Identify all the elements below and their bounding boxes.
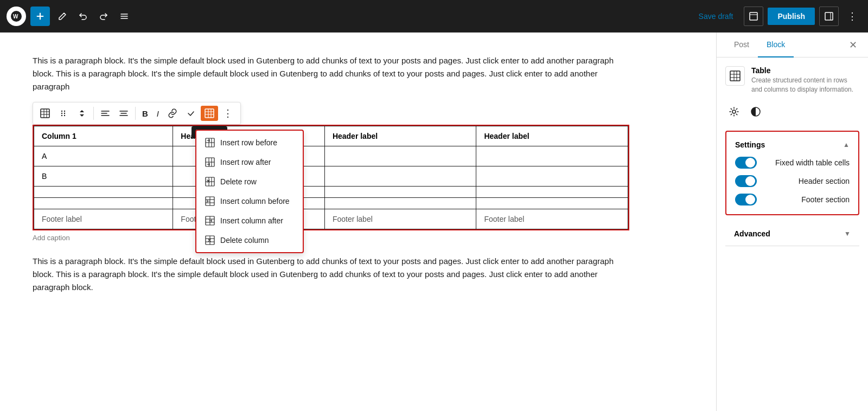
edit-table-tooltip-wrapper: Edit table	[201, 106, 218, 121]
sidebar-close-button[interactable]: ✕	[847, 33, 859, 57]
toggle-fixed-width[interactable]	[735, 157, 757, 169]
bold-btn[interactable]: B	[138, 106, 152, 121]
table-row	[34, 187, 628, 198]
svg-point-7	[61, 115, 62, 116]
menu-item-insert-col-before[interactable]: Insert column before	[196, 191, 303, 211]
align-center-btn[interactable]	[115, 106, 132, 121]
gear-settings-btn[interactable]	[725, 103, 743, 122]
toggle-header-section[interactable]	[735, 175, 757, 187]
block-info: Table Create structured content in rows …	[725, 66, 859, 94]
menu-item-insert-row-before[interactable]: Insert row before	[196, 133, 303, 152]
table-icon-btn[interactable]	[36, 106, 54, 121]
table-row	[34, 198, 628, 209]
toggle-footer-section[interactable]	[735, 194, 757, 206]
list-view-button[interactable]	[116, 8, 132, 24]
setting-label-fixed-width: Fixed width table cells	[775, 158, 850, 167]
setting-label-header: Header section	[799, 177, 850, 185]
advanced-chevron-icon: ▼	[844, 230, 851, 237]
block-title: Table	[751, 66, 859, 75]
table-footer-cell[interactable]: Footer label	[34, 209, 173, 229]
settings-section: Settings ▲ Fixed width table cells Heade…	[725, 131, 859, 215]
add-caption[interactable]: Add caption	[33, 234, 684, 242]
sidebar-tabs: Post Block ✕	[717, 33, 868, 57]
advanced-title: Advanced	[734, 229, 770, 238]
table-cell[interactable]	[34, 187, 173, 198]
content-table: Column 1 Header label Header label Heade…	[34, 126, 628, 229]
paragraph-1: This is a paragraph block. It's the simp…	[33, 54, 629, 93]
table-footer-cell[interactable]: Footer label	[324, 209, 476, 229]
table-cell[interactable]	[476, 187, 628, 198]
link-btn[interactable]	[164, 106, 181, 121]
settings-chevron-icon: ▲	[843, 141, 850, 149]
settings-title: Settings	[735, 140, 765, 149]
svg-rect-18	[730, 71, 740, 81]
toolbar-divider-1	[93, 107, 94, 120]
svg-point-8	[64, 111, 65, 112]
svg-text:W: W	[13, 14, 18, 20]
block-desc: Create structured content in rows and co…	[751, 76, 859, 94]
style-icons	[725, 103, 859, 122]
setting-row-header: Header section	[735, 175, 850, 187]
edit-pen-button[interactable]	[54, 8, 71, 24]
table-row: A	[34, 146, 628, 166]
table-cell[interactable]	[324, 166, 476, 187]
block-toolbar: B I	[33, 102, 241, 125]
svg-rect-4	[41, 109, 49, 118]
table-cell[interactable]: A	[34, 146, 173, 166]
add-block-button[interactable]	[30, 7, 50, 26]
edit-table-wrapper: Edit table Insert row before	[201, 106, 218, 121]
tab-block[interactable]: Block	[758, 33, 794, 57]
table-footer-cell[interactable]: Footer label	[476, 209, 628, 229]
redo-button[interactable]	[95, 8, 112, 24]
sidebar: Post Block ✕ Table Create structured con…	[716, 33, 868, 411]
svg-rect-2	[750, 12, 757, 20]
table-cell[interactable]	[324, 146, 476, 166]
more-options-toolbar-btn[interactable]: ⋮	[219, 105, 237, 122]
italic-btn[interactable]: I	[153, 106, 163, 121]
menu-item-insert-row-after[interactable]: Insert row after	[196, 152, 303, 172]
table-header-col1[interactable]: Column 1	[34, 126, 173, 146]
svg-point-10	[64, 115, 65, 116]
table-cell[interactable]	[324, 198, 476, 209]
undo-button[interactable]	[75, 8, 91, 24]
toolbar-divider-2	[135, 107, 136, 120]
table-block: Column 1 Header label Header label Heade…	[33, 125, 629, 230]
sidebar-content: Table Create structured content in rows …	[717, 57, 868, 255]
setting-label-footer: Footer section	[801, 195, 850, 204]
svg-rect-3	[825, 12, 833, 20]
move-up-down-btn[interactable]	[73, 106, 91, 121]
table-cell[interactable]	[476, 198, 628, 209]
contrast-btn[interactable]	[747, 103, 764, 122]
menu-item-delete-col[interactable]: Delete column	[196, 230, 303, 250]
paragraph-2: This is a paragraph block. It's the simp…	[33, 255, 629, 294]
menu-item-delete-row[interactable]: Delete row	[196, 172, 303, 191]
setting-row-footer: Footer section	[735, 194, 850, 206]
more-options-button[interactable]: ⋮	[843, 7, 861, 25]
table-header-col4[interactable]: Header label	[476, 126, 628, 146]
tab-post[interactable]: Post	[725, 33, 758, 57]
block-icon	[725, 66, 745, 86]
publish-button[interactable]: Publish	[768, 8, 815, 25]
sidebar-toggle-button[interactable]	[819, 7, 839, 26]
view-toggle-button[interactable]	[744, 7, 763, 26]
settings-header: Settings ▲	[735, 140, 850, 149]
table-cell[interactable]	[476, 166, 628, 187]
advanced-header[interactable]: Advanced ▼	[725, 222, 859, 246]
table-cell[interactable]: B	[34, 166, 173, 187]
svg-point-19	[732, 110, 736, 113]
table-cell[interactable]	[324, 187, 476, 198]
align-left-btn[interactable]	[97, 106, 114, 121]
table-cell[interactable]	[34, 198, 173, 209]
editor-area: This is a paragraph block. It's the simp…	[0, 33, 716, 411]
table-header-row: Column 1 Header label Header label Heade…	[34, 126, 628, 146]
svg-point-9	[64, 113, 65, 114]
table-header-col3[interactable]: Header label	[324, 126, 476, 146]
menu-item-insert-col-after[interactable]: Insert column after	[196, 211, 303, 230]
table-cell[interactable]	[476, 146, 628, 166]
edit-table-btn[interactable]	[201, 106, 218, 121]
save-draft-button[interactable]: Save draft	[692, 9, 740, 24]
context-menu: Insert row before Insert row after	[195, 130, 304, 253]
wp-logo: W	[7, 7, 26, 26]
more-rich-btn[interactable]	[182, 106, 200, 121]
drag-btn[interactable]	[55, 106, 72, 121]
